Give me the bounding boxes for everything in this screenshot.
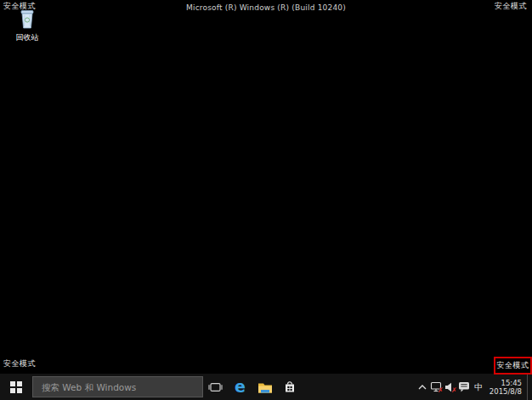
edge-button[interactable]: e	[228, 374, 252, 400]
speech-bubble-icon	[458, 381, 470, 392]
start-button[interactable]	[0, 374, 32, 400]
chevron-up-icon	[417, 384, 427, 391]
store-button[interactable]	[277, 374, 302, 400]
folder-icon	[258, 381, 273, 393]
clock-date: 2015/8/8	[490, 387, 522, 396]
file-explorer-button[interactable]	[252, 374, 277, 400]
network-error-badge: ✗	[438, 387, 444, 394]
taskbar-clock[interactable]: 15:45 2015/8/8	[486, 379, 527, 396]
clock-time: 15:45	[490, 379, 522, 387]
system-tray: ✗ ✗ 中 15:45 2015/	[416, 374, 532, 400]
trash-can-icon	[17, 8, 37, 31]
windows-build-watermark: Microsoft (R) Windows (R) (Build 10240)	[0, 3, 532, 12]
edge-icon: e	[235, 379, 246, 395]
desktop: 安全模式 安全模式 安全模式 Microsoft (R) Windows (R)…	[0, 0, 532, 400]
volume-button[interactable]: ✗	[444, 374, 457, 400]
windows-logo-icon	[10, 381, 22, 393]
safe-mode-highlight-box: 安全模式	[494, 357, 532, 375]
taskbar: e	[0, 374, 532, 400]
ime-indicator[interactable]: 中	[472, 374, 486, 400]
safe-mode-label-bottom-left: 安全模式	[3, 359, 36, 369]
search-input[interactable]	[40, 381, 188, 393]
ime-label: 中	[474, 381, 483, 393]
taskbar-search-box[interactable]	[32, 376, 203, 397]
network-status-button[interactable]: ✗	[429, 374, 444, 400]
show-hidden-icons-button[interactable]	[416, 374, 429, 400]
action-center-button[interactable]	[457, 374, 472, 400]
shopping-bag-icon	[283, 380, 297, 394]
safe-mode-label-bottom-right: 安全模式	[497, 360, 529, 371]
task-view-button[interactable]	[203, 374, 228, 400]
recycle-bin-label: 回收站	[5, 32, 49, 43]
recycle-bin-icon[interactable]: 回收站	[5, 8, 49, 43]
volume-muted-badge: ✗	[451, 387, 457, 394]
show-desktop-button[interactable]	[527, 374, 532, 400]
task-view-icon	[208, 381, 223, 393]
